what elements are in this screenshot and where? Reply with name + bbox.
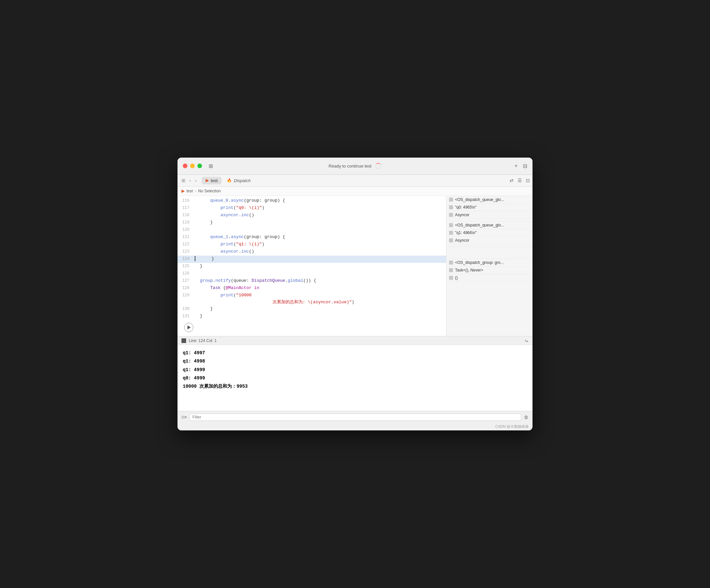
add-icon[interactable]: + — [515, 163, 518, 169]
panel-square-icon — [449, 261, 453, 265]
table-row: 131 } — [178, 313, 446, 320]
table-row: 125 } — [178, 263, 446, 270]
console-output: q1: 4997 q1: 4998 q1: 4999 q0: 4999 1000… — [178, 345, 532, 411]
tab-dispatch[interactable]: 🔥 Dispatch — [223, 177, 255, 185]
panel-value: () — [455, 275, 458, 280]
window-title: Ready to continue test — [329, 164, 371, 169]
breadcrumb-selection: No Selection — [198, 189, 220, 193]
split-icon[interactable]: ⊡ — [526, 178, 530, 183]
code-editor: 116 queue_0.async(group: group) { 117 pr… — [178, 196, 446, 336]
console-line: q1: 4999 — [183, 366, 527, 374]
code-area[interactable]: 116 queue_0.async(group: group) { 117 pr… — [178, 196, 446, 336]
nav-grid-icon[interactable]: ⊞ — [180, 177, 187, 184]
line-content: print("q0: \(i)") — [195, 204, 446, 212]
line-content: } — [195, 313, 446, 320]
close-button[interactable] — [183, 164, 187, 168]
panel-value: <OS_dispatch_queue_glo... — [455, 197, 504, 202]
line-number: 124 — [178, 255, 195, 262]
titlebar-right: + ⊟ — [515, 163, 527, 169]
console-line: q1: 4997 — [183, 349, 527, 357]
table-row: 117 print("q0: \(i)") — [178, 204, 446, 212]
line-content: } — [195, 305, 446, 313]
panel-square-icon — [449, 213, 453, 217]
stop-icon[interactable] — [182, 338, 186, 343]
line-number: 116 — [178, 197, 195, 204]
refresh-icon[interactable]: ⇄ — [510, 178, 514, 183]
line-content: print("10000 次累加的总和为: \(asyncor.value)") — [195, 292, 446, 306]
wrap-icon[interactable]: ⤿ — [524, 338, 528, 343]
panel-value: Asyncor — [455, 213, 469, 217]
minimize-button[interactable] — [190, 164, 195, 168]
panel-row: <OS_dispatch_queue_glo... — [446, 196, 532, 204]
tab-navigation: ⊞ ‹ › — [180, 177, 198, 184]
trash-icon[interactable]: 🗑 — [524, 415, 528, 420]
line-number: 128 — [178, 285, 195, 291]
panel-square-icon — [449, 198, 453, 202]
line-number: 125 — [178, 263, 195, 270]
layout-icon[interactable]: ⊟ — [523, 163, 527, 169]
console-line: q0: 4999 — [183, 374, 527, 383]
maximize-button[interactable] — [197, 164, 202, 168]
line-content: } — [195, 263, 446, 270]
line-content: } — [195, 219, 446, 226]
console-line: q1: 4998 — [183, 357, 527, 366]
main-window: ⊞ Ready to continue test + ⊟ ⊞ ‹ › ▶ tes… — [178, 157, 532, 431]
table-row: 121 queue_1.async(group: group) { — [178, 234, 446, 241]
line-number: 131 — [178, 313, 195, 319]
panel-square-icon — [449, 205, 453, 209]
flame-icon: 🔥 — [227, 178, 232, 183]
panel-square-icon — [449, 231, 453, 235]
panel-value: <OS_dispatch_queue_glo... — [455, 223, 504, 227]
line-number: 123 — [178, 248, 195, 255]
table-row: 128 Task {@MainActor in — [178, 285, 446, 292]
attribution: CSDN @大熊猫侯佬 — [178, 423, 532, 431]
panel-square-icon — [449, 223, 453, 227]
filter-dropdown-icon[interactable]: ⊟▾ — [182, 415, 187, 419]
nav-forward-button[interactable]: › — [194, 177, 198, 184]
line-number: 130 — [178, 305, 195, 312]
traffic-lights — [183, 164, 202, 168]
line-number: 122 — [178, 241, 195, 248]
filter-input[interactable] — [189, 414, 521, 421]
run-button[interactable] — [184, 323, 193, 332]
panel-divider — [446, 219, 532, 221]
breadcrumb-separator: › — [195, 189, 196, 193]
panel-value: Task<(), Never> — [455, 268, 483, 272]
panel-row: Asyncor — [446, 211, 532, 219]
line-content: Task {@MainActor in — [195, 285, 446, 292]
col-value: Col: 1 — [206, 338, 217, 343]
loading-spinner — [376, 163, 381, 169]
panel-value: Asyncor — [455, 238, 469, 243]
line-info: Line: 124 — [189, 338, 205, 343]
tab-test[interactable]: ▶ test — [202, 177, 221, 185]
panel-row: Asyncor — [446, 237, 532, 244]
run-button-area — [178, 320, 446, 335]
panel-value: <OS_dispatch_group: gro... — [455, 260, 504, 265]
list-icon[interactable]: ☰ — [518, 178, 522, 183]
table-row: 129 print("10000 次累加的总和为: \(asyncor.valu… — [178, 292, 446, 306]
tabbar: ⊞ ‹ › ▶ test 🔥 Dispatch ⇄ ☰ ⊡ — [178, 175, 532, 187]
table-row: 127 group.notify(queue: DispatchQueue.gl… — [178, 277, 446, 285]
panel-row: () — [446, 274, 532, 282]
line-number: 129 — [178, 292, 195, 299]
line-content: group.notify(queue: DispatchQueue.global… — [195, 277, 446, 285]
table-row: 123 asyncor.inc() — [178, 248, 446, 255]
panel-row: <OS_dispatch_queue_glo... — [446, 221, 532, 229]
nav-back-button[interactable]: ‹ — [188, 177, 192, 184]
line-number: 121 — [178, 234, 195, 240]
status-line-col: Line: 124 Col: 1 — [189, 338, 217, 343]
panel-square-icon — [449, 268, 453, 272]
statusbar: Line: 124 Col: 1 ⤿ — [178, 336, 532, 345]
table-row: 122 print("q1: \(i)") — [178, 241, 446, 248]
panel-row: Task<(), Never> — [446, 267, 532, 274]
sidebar-icon[interactable]: ⊞ — [209, 163, 213, 169]
line-number: 127 — [178, 277, 195, 284]
panel-value: "q0: 4965\n" — [455, 205, 476, 210]
line-number: 120 — [178, 226, 195, 233]
line-content: print("q1: \(i)") — [195, 241, 446, 248]
table-row: 118 asyncor.inc() — [178, 212, 446, 219]
line-content: asyncor.inc() — [195, 248, 446, 255]
panel-spacer — [446, 247, 532, 259]
tabbar-right: ⇄ ☰ ⊡ — [510, 178, 530, 183]
titlebar-center: Ready to continue test — [329, 163, 381, 169]
